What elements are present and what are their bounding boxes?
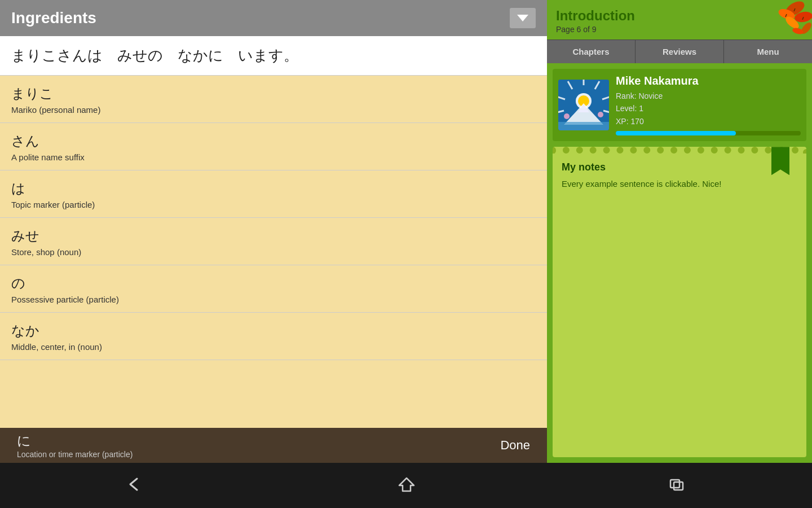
avatar — [558, 80, 609, 130]
notes-title: My notes — [562, 161, 797, 173]
vocab-japanese: なか — [11, 322, 536, 340]
left-panel: Ingredients まりこさんは みせの なかに います。 まりこMarik… — [0, 0, 547, 463]
vocab-english: Possessive particle (particle) — [11, 295, 536, 304]
ingredients-title: Ingredients — [11, 9, 96, 27]
vocab-english: Topic marker (particle) — [11, 200, 536, 209]
android-nav-bar — [0, 463, 812, 508]
vocab-english: A polite name suffix — [11, 152, 536, 162]
xp-bar-fill — [616, 131, 736, 135]
svg-marker-24 — [399, 478, 414, 491]
bottom-vocab: に Location or time marker (particle) — [17, 432, 133, 459]
sentence-bar[interactable]: まりこさんは みせの なかに います。 — [0, 36, 547, 76]
bottom-japanese: に — [17, 432, 133, 450]
home-button[interactable] — [398, 476, 415, 494]
user-level: Level: 1 — [616, 102, 801, 115]
svg-point-23 — [598, 112, 603, 117]
bottom-bar: に Location or time marker (particle) Don… — [0, 428, 547, 463]
vocab-japanese: さん — [11, 132, 536, 150]
notes-text: Every example sentence is clickable. Nic… — [562, 178, 797, 191]
vocab-english: Middle, center, in (noun) — [11, 342, 536, 352]
vocab-list: まりこMariko (personal name)さんA polite name… — [0, 76, 547, 428]
chapters-button[interactable]: Chapters — [547, 40, 636, 63]
vocab-item[interactable]: みせStore, shop (noun) — [0, 218, 547, 265]
example-sentence[interactable]: まりこさんは みせの なかに います。 — [11, 46, 298, 65]
dropdown-button[interactable] — [510, 8, 536, 28]
right-panel: Introduction Page 6 of 9 Chapters Review… — [547, 0, 812, 463]
notes-section[interactable]: My notes Every example sentence is click… — [553, 147, 806, 457]
back-button[interactable] — [127, 476, 145, 494]
vocab-japanese: は — [11, 179, 536, 198]
svg-rect-21 — [558, 122, 609, 130]
vocab-item[interactable]: さんA polite name suffix — [0, 123, 547, 170]
vocab-item[interactable]: のPossessive particle (particle) — [0, 265, 547, 313]
svg-rect-26 — [674, 482, 683, 490]
vocab-english: Store, shop (noun) — [11, 247, 536, 257]
user-info: Mike Nakamura Rank: Novice Level: 1 XP: … — [616, 75, 801, 135]
vocab-japanese: みせ — [11, 227, 536, 245]
vocab-english: Mariko (personal name) — [11, 105, 536, 115]
autumn-leaves-decoration — [744, 0, 812, 45]
vocab-japanese: まりこ — [11, 85, 536, 103]
user-name: Mike Nakamura — [616, 75, 801, 87]
svg-point-22 — [564, 113, 570, 119]
svg-point-5 — [792, 27, 804, 36]
user-xp: XP: 170 — [616, 115, 801, 128]
vocab-japanese: の — [11, 274, 536, 292]
user-rank: Rank: Novice — [616, 90, 801, 102]
vocab-item[interactable]: まりこMariko (personal name) — [0, 76, 547, 123]
bottom-english: Location or time marker (particle) — [17, 450, 133, 459]
reviews-button[interactable]: Reviews — [636, 40, 724, 63]
user-card: Mike Nakamura Rank: Novice Level: 1 XP: … — [553, 69, 806, 141]
svg-rect-25 — [670, 480, 679, 488]
recents-button[interactable] — [668, 476, 685, 494]
ingredients-header: Ingredients — [0, 0, 547, 36]
done-button[interactable]: Done — [500, 438, 530, 453]
right-header: Introduction Page 6 of 9 — [547, 0, 812, 40]
chevron-down-icon — [517, 15, 528, 21]
vocab-item[interactable]: なかMiddle, center, in (noun) — [0, 313, 547, 360]
xp-bar-container — [616, 131, 801, 135]
vocab-item[interactable]: はTopic marker (particle) — [0, 170, 547, 218]
